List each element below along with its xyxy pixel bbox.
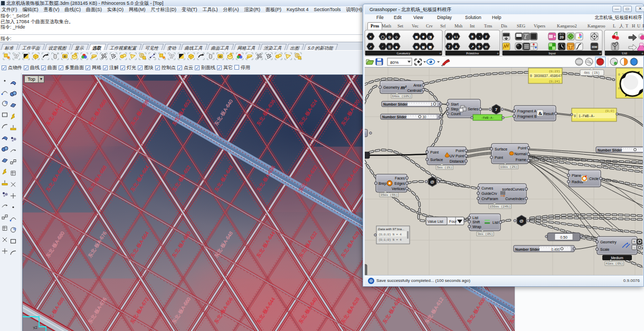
svg-text:Distance: Distance bbox=[450, 159, 464, 163]
svg-text:GuideCrv: GuideCrv bbox=[481, 192, 497, 195]
svg-text:◈: ◈ bbox=[395, 45, 398, 49]
svg-text:7: 7 bbox=[495, 107, 498, 112]
svg-text:0.1: 0.1 bbox=[454, 35, 458, 39]
svg-text:◎: ◎ bbox=[388, 35, 391, 39]
svg-text:Geometry: Geometry bbox=[397, 51, 411, 55]
svg-text:Count: Count bbox=[451, 112, 461, 116]
svg-text:Frame: Frame bbox=[516, 158, 526, 162]
svg-text:Shift: Shift bbox=[472, 220, 480, 224]
svg-text:Number Slider: Number Slider bbox=[382, 115, 407, 119]
svg-text:1-FWB-A-: 1-FWB-A- bbox=[579, 115, 595, 118]
svg-text:0: 0 bbox=[574, 115, 576, 118]
svg-text:▣: ▣ bbox=[415, 35, 418, 39]
svg-text:◨: ◨ bbox=[429, 35, 432, 39]
svg-text:35ms (5%): 35ms (5%) bbox=[381, 193, 397, 197]
svg-text:Point: Point bbox=[495, 156, 503, 159]
svg-text:Data with 97 bra...: Data with 97 bra... bbox=[378, 227, 404, 231]
svg-text:Brep: Brep bbox=[378, 182, 386, 186]
svg-text:7: 7 bbox=[448, 45, 450, 49]
svg-text:Faces: Faces bbox=[395, 176, 405, 180]
svg-text:↗: ↗ bbox=[369, 45, 372, 49]
svg-text:Geometry: Geometry bbox=[383, 86, 400, 90]
svg-text:◍: ◍ bbox=[415, 45, 418, 49]
svg-text:Primitive: Primitive bbox=[466, 51, 479, 55]
svg-text:✳: ✳ bbox=[471, 35, 474, 39]
svg-text:Number Slider: Number Slider bbox=[598, 148, 622, 152]
svg-text:+: + bbox=[497, 52, 499, 55]
svg-text:板: 板 bbox=[365, 131, 366, 135]
svg-text:Fragment A: Fragment A bbox=[517, 109, 537, 114]
svg-text:CrvParam: CrvParam bbox=[481, 197, 498, 201]
svg-text:30: 30 bbox=[422, 115, 427, 119]
svg-text:List: List bbox=[493, 221, 498, 224]
svg-text:0 3030837.459647: 0 3030837.459647 bbox=[530, 74, 562, 78]
svg-text:Fragment B: Fragment B bbox=[517, 115, 537, 119]
svg-text:✕: ✕ bbox=[369, 35, 372, 39]
svg-text:▤: ▤ bbox=[422, 45, 425, 49]
svg-text:Edges: Edges bbox=[394, 182, 405, 186]
svg-text:{0;24}: {0;24} bbox=[548, 80, 560, 83]
svg-text:{0;23}: {0;23} bbox=[548, 70, 560, 73]
svg-text:#: # bbox=[485, 35, 487, 39]
svg-text:Medium: Medium bbox=[611, 256, 623, 260]
svg-text:◔: ◔ bbox=[478, 35, 480, 39]
svg-text:{0;0}: {0;0} bbox=[605, 109, 614, 113]
svg-text:0.50: 0.50 bbox=[560, 235, 567, 239]
svg-text:CurveIndex: CurveIndex bbox=[505, 197, 524, 201]
svg-text:64ms (10%): 64ms (10%) bbox=[392, 94, 411, 98]
svg-text:Four: Four bbox=[449, 220, 457, 223]
svg-text:✛: ✛ bbox=[478, 45, 481, 49]
svg-text:×: × bbox=[633, 240, 635, 243]
svg-text:Plane: Plane bbox=[572, 174, 581, 177]
svg-text:+: + bbox=[641, 52, 643, 55]
svg-text:{0;1;0} N = 4: {0;1;0} N = 4 bbox=[378, 238, 402, 242]
svg-text:Normal: Normal bbox=[514, 152, 526, 156]
svg-text:156ms (24%): 156ms (24%) bbox=[489, 205, 510, 209]
svg-text:4ms (1%): 4ms (1%) bbox=[584, 71, 600, 75]
svg-text:Wrap: Wrap bbox=[472, 225, 481, 229]
svg-text:Point: Point bbox=[456, 149, 464, 153]
svg-text:-FWB-A-: -FWB-A- bbox=[481, 116, 494, 120]
svg-text:+: + bbox=[439, 52, 441, 55]
svg-text:A: A bbox=[454, 45, 457, 49]
svg-text:List: List bbox=[472, 216, 478, 220]
svg-text:Input: Input bbox=[548, 51, 556, 55]
svg-text:Circle: Circle bbox=[589, 177, 599, 181]
svg-text:3ms (0%): 3ms (0%) bbox=[478, 232, 493, 236]
svg-text:Curves: Curves bbox=[481, 186, 494, 190]
svg-text:Surface: Surface bbox=[430, 158, 443, 162]
svg-text:Util: Util bbox=[622, 51, 627, 55]
svg-text:ID: ID bbox=[485, 45, 488, 49]
svg-text:m²: m² bbox=[401, 85, 407, 90]
svg-text:Surface: Surface bbox=[495, 147, 507, 151]
svg-text:Geometry: Geometry bbox=[600, 240, 617, 244]
svg-text:Vertices: Vertices bbox=[392, 187, 405, 191]
svg-text:Number Slider: Number Slider bbox=[383, 102, 408, 106]
svg-text:UV Point: UV Point bbox=[449, 154, 464, 158]
svg-text:41ms (6%): 41ms (6%) bbox=[606, 262, 623, 266]
svg-text:1: 1 bbox=[431, 102, 433, 106]
svg-text:Point: Point bbox=[430, 150, 439, 154]
svg-text:@: @ bbox=[519, 219, 524, 223]
svg-text:5ms (1%): 5ms (1%) bbox=[437, 166, 452, 169]
svg-text:&: & bbox=[538, 111, 543, 116]
svg-text:↗: ↗ bbox=[471, 45, 474, 49]
svg-text:{0;0;0} N = 4: {0;0;0} N = 4 bbox=[378, 233, 402, 237]
svg-text:10ms (2%): 10ms (2%) bbox=[500, 165, 517, 169]
svg-text:◯: ◯ bbox=[381, 35, 385, 39]
svg-text:❄: ❄ bbox=[422, 35, 424, 39]
svg-text:0.490: 0.490 bbox=[551, 248, 560, 251]
svg-text:Step: Step bbox=[451, 107, 459, 111]
svg-text:▦: ▦ bbox=[429, 45, 432, 49]
svg-text:Start: Start bbox=[451, 102, 459, 106]
svg-text:→: → bbox=[632, 245, 636, 249]
svg-text:Scale: Scale bbox=[600, 248, 610, 251]
svg-text:ID: ID bbox=[63, 55, 66, 58]
svg-text:◇: ◇ bbox=[395, 35, 398, 39]
svg-text:80%: 80% bbox=[390, 60, 399, 65]
svg-text:Result: Result bbox=[543, 112, 554, 116]
svg-text:+: + bbox=[599, 52, 601, 55]
svg-text:Series: Series bbox=[468, 107, 478, 111]
svg-text:ID: ID bbox=[219, 55, 222, 58]
svg-text:Point: Point bbox=[518, 146, 526, 150]
